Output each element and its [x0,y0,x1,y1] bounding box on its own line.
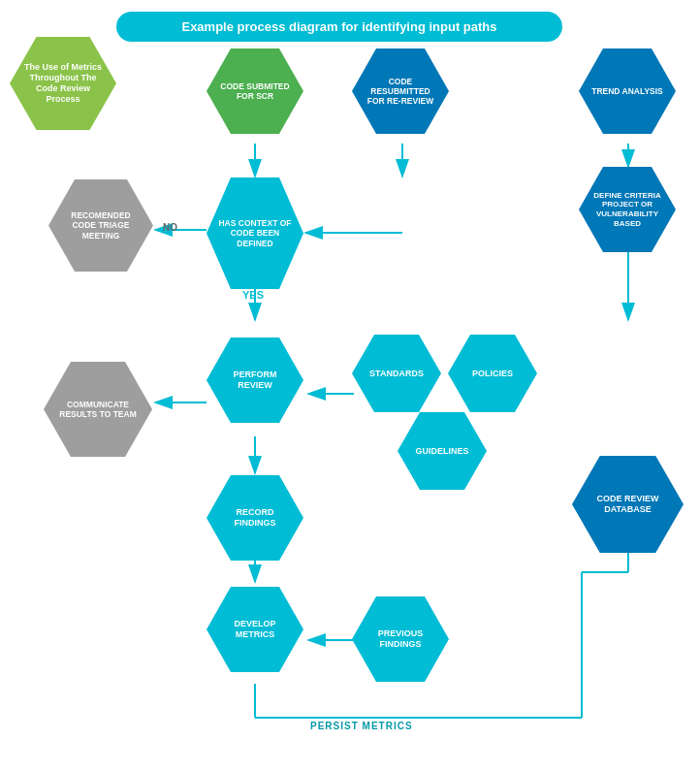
policies-hex: POLICIES [448,335,537,412]
side-label-hex: The Use of Metrics Throughout The Code R… [10,37,116,130]
has-context-hex: HAS CONTEXT OF CODE BEEN DEFINED [207,177,303,289]
develop-metrics-label: DEVELOP METRICS [207,587,303,672]
trend-analysis-label: TREND ANALYSIS [579,48,676,134]
define-criteria-hex: DEFINE CRITERIA PROJECT OR VULNERABILITY… [579,167,676,252]
code-submitted-hex: CODE SUBMITED FOR SCR [207,48,303,134]
perform-review-hex: PERFORM REVIEW [207,338,303,423]
recomended-triage-hex: RECOMENDED CODE TRIAGE MEETING [48,179,153,272]
side-label-text: The Use of Metrics Throughout The Code R… [10,37,116,130]
develop-metrics-hex: DEVELOP METRICS [207,587,303,672]
previous-findings-hex: PREVIOUS FINDINGS [352,596,449,682]
has-context-label: HAS CONTEXT OF CODE BEEN DEFINED [207,177,303,289]
title-banner: Example process diagram for identifying … [116,12,562,42]
communicate-results-label: COMMUNICATE RESULTS TO TEAM [44,362,152,457]
code-review-db-hex: CODE REVIEW DATABASE [572,456,684,553]
code-resubmitted-hex: CODE RESUBMITTED FOR RE-REVIEW [352,48,449,134]
guidelines-label: GUIDELINES [398,412,487,490]
standards-label: STANDARDS [352,335,441,412]
previous-findings-label: PREVIOUS FINDINGS [352,596,449,682]
no-label: NO [163,222,177,233]
trend-analysis-hex: TREND ANALYSIS [579,48,676,134]
diagram-container: Example process diagram for identifying … [0,0,700,772]
persist-metrics-label: PERSIST METRICS [310,721,413,731]
policies-label: POLICIES [448,335,537,412]
define-criteria-label: DEFINE CRITERIA PROJECT OR VULNERABILITY… [579,167,676,252]
record-findings-label: RECORD FINDINGS [207,475,303,561]
record-findings-hex: RECORD FINDINGS [207,475,303,561]
code-review-db-label: CODE REVIEW DATABASE [572,456,684,553]
recomended-triage-label: RECOMENDED CODE TRIAGE MEETING [48,179,153,272]
code-submitted-label: CODE SUBMITED FOR SCR [207,48,303,134]
guidelines-hex: GUIDELINES [398,412,487,490]
standards-hex: STANDARDS [352,335,441,412]
communicate-results-hex: COMMUNICATE RESULTS TO TEAM [44,362,152,457]
code-resubmitted-label: CODE RESUBMITTED FOR RE-REVIEW [352,48,449,134]
perform-review-label: PERFORM REVIEW [207,338,303,423]
yes-label: YES [242,289,264,301]
